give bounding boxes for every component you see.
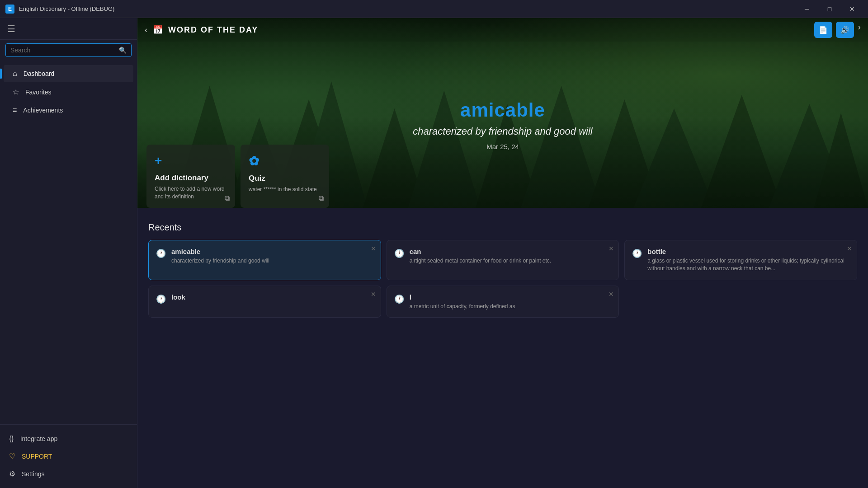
card-title-quiz: Quiz [249,174,321,183]
recent-text-look: look [171,293,185,303]
card-icon-quiz: ✿ [249,154,321,169]
word-of-day: amicable [460,99,545,121]
sidebar-item-support[interactable]: ♡ SUPPORT [4,447,133,465]
hero-back-button[interactable]: ‹ [145,25,147,35]
maximize-button[interactable]: □ [819,2,840,16]
sidebar-bottom: {} Integrate app ♡ SUPPORT ⚙ Settings [0,424,137,488]
word-date: Mar 25, 24 [486,143,519,150]
cards-section: + Add dictionary Click here to add a new… [146,145,329,208]
recent-text-can: can airtight sealed metal container for … [410,248,552,265]
recent-def-l: a metric unit of capacity, formerly defi… [410,303,515,310]
recent-close-can[interactable]: ✕ [609,245,614,252]
hero-nav-left: ‹ 📅 WORD Of THE DAY [145,25,258,35]
recent-close-l[interactable]: ✕ [609,291,614,298]
recent-close-look[interactable]: ✕ [371,291,376,298]
main-layout: ☰ 🔍 ⌂ Dashboard ☆ Favorites ≡ Achievemen… [0,18,868,488]
card-desc-quiz: water ****** in the solid state [249,186,321,193]
titlebar-left: E English Dictionary - Offline (DEBUG) [5,5,114,14]
hero-title: WORD Of THE DAY [168,25,258,35]
search-icon[interactable]: 🔍 [119,47,127,54]
recents-title: Recents [148,222,857,233]
hero-save-button[interactable]: 📄 [814,22,832,38]
clock-icon: 🕐 [156,249,166,258]
hero-calendar-icon: 📅 [153,25,163,35]
sidebar-item-settings[interactable]: ⚙ Settings [4,465,133,483]
clock-icon: 🕐 [394,249,404,258]
hero-section: ‹ 📅 WORD Of THE DAY 📄 🔊 › amicable chara… [137,18,868,208]
word-definition: characterized by friendship and good wil… [413,126,592,137]
sidebar: ☰ 🔍 ⌂ Dashboard ☆ Favorites ≡ Achievemen… [0,18,137,488]
recent-text-l: l a metric unit of capacity, formerly de… [410,293,515,310]
hero-next-button[interactable]: › [858,22,861,38]
close-button[interactable]: ✕ [842,2,863,16]
integrate-icon: {} [9,435,14,443]
titlebar: E English Dictionary - Offline (DEBUG) ─… [0,0,868,18]
dashboard-icon: ⌂ [13,70,17,78]
favorites-icon: ☆ [13,88,19,96]
app-icon: E [5,5,14,14]
hero-nav-right: 📄 🔊 › [814,22,861,38]
minimize-button[interactable]: ─ [797,2,817,16]
recent-word-l: l [410,293,515,301]
search-input[interactable] [10,47,115,54]
content-area: ‹ 📅 WORD Of THE DAY 📄 🔊 › amicable chara… [137,18,868,488]
recent-card-bottle[interactable]: 🕐 bottle a glass or plastic vessel used … [624,240,857,280]
recent-card-amicable[interactable]: 🕐 amicable characterized by friendship a… [148,240,381,280]
recent-card-look[interactable]: 🕐 look ✕ [148,286,381,318]
recent-def-amicable: characterized by friendship and good wil… [171,257,269,265]
recent-text-bottle: bottle a glass or plastic vessel used fo… [647,248,849,272]
achievements-icon: ≡ [13,106,17,114]
titlebar-title: English Dictionary - Offline (DEBUG) [19,5,114,12]
hero-sound-button[interactable]: 🔊 [836,22,854,38]
sidebar-label-integrate: Integrate app [20,435,58,442]
clock-icon: 🕐 [632,249,642,258]
recent-def-can: airtight sealed metal container for food… [410,257,552,265]
recent-text-amicable: amicable characterized by friendship and… [171,248,269,265]
recent-def-bottle: a glass or plastic vessel used for stori… [647,257,849,272]
card-icon-add-dictionary: + [155,154,227,168]
settings-icon: ⚙ [9,469,15,478]
card-quiz[interactable]: ✿ Quiz water ****** in the solid state ⧉ [241,145,329,208]
recent-card-l[interactable]: 🕐 l a metric unit of capacity, formerly … [387,286,619,318]
card-link-icon-add-dictionary[interactable]: ⧉ [225,194,230,202]
sidebar-label-achievements: Achievements [23,107,63,114]
recent-word-amicable: amicable [171,248,269,255]
recent-close-bottle[interactable]: ✕ [847,245,852,252]
recent-card-can[interactable]: 🕐 can airtight sealed metal container fo… [387,240,619,280]
recent-word-look: look [171,293,185,301]
sidebar-label-settings: Settings [22,470,45,478]
card-title-add-dictionary: Add dictionary [155,174,227,183]
card-link-icon-quiz[interactable]: ⧉ [319,194,324,202]
sidebar-label-dashboard: Dashboard [24,70,55,77]
sidebar-label-support: SUPPORT [22,453,52,460]
clock-icon: 🕐 [394,294,404,304]
sidebar-item-favorites[interactable]: ☆ Favorites [4,83,133,101]
sidebar-item-achievements[interactable]: ≡ Achievements [4,102,133,119]
sidebar-label-favorites: Favorites [25,89,52,96]
support-icon: ♡ [9,452,15,460]
sidebar-item-dashboard[interactable]: ⌂ Dashboard [4,65,133,82]
hero-navbar: ‹ 📅 WORD Of THE DAY 📄 🔊 › [137,18,868,42]
card-desc-add-dictionary: Click here to add a new word and its def… [155,185,227,201]
clock-icon: 🕐 [156,294,166,304]
recents-section: Recents 🕐 amicable characterized by frie… [137,208,868,328]
sidebar-header: ☰ [0,18,137,40]
hamburger-menu[interactable]: ☰ [7,23,15,34]
titlebar-controls: ─ □ ✕ [797,2,863,16]
card-add-dictionary[interactable]: + Add dictionary Click here to add a new… [146,145,235,208]
recent-word-can: can [410,248,552,255]
recent-close-amicable[interactable]: ✕ [371,245,376,252]
recents-grid: 🕐 amicable characterized by friendship a… [148,240,857,318]
search-box[interactable]: 🔍 [5,43,132,57]
recent-word-bottle: bottle [647,248,849,255]
sidebar-item-integrate[interactable]: {} Integrate app [4,430,133,447]
nav-items: ⌂ Dashboard ☆ Favorites ≡ Achievements [0,61,137,424]
